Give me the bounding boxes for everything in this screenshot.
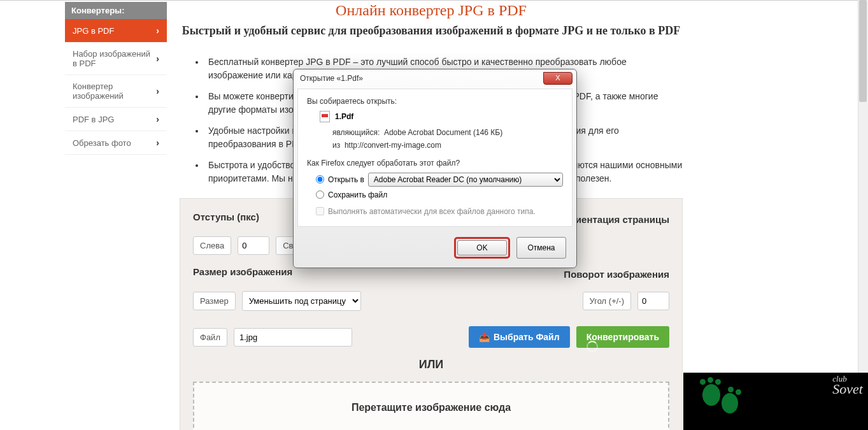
sidebar-item-label: Конвертер изображений [73,82,156,101]
sidebar-item-pdf-to-jpg[interactable]: PDF в JPG › [65,108,167,131]
watermark-text: club Sovet [832,375,863,395]
dialog-question: Как Firefox следует обработать этот файл… [307,159,563,168]
watermark: club Sovet [683,373,868,430]
ok-highlight: OK [454,237,510,259]
open-with-label: Открыть в [328,175,364,184]
save-file-label: Сохранить файл [328,190,387,199]
from-label: из [332,141,340,150]
page-subtitle: Быстрый и удобный сервис для преобразова… [180,24,683,38]
open-with-radio[interactable] [316,175,324,183]
dialog-prompt: Вы собираетесь открыть: [307,97,563,106]
footprint-icon [696,379,747,424]
close-icon: X [555,74,560,82]
from-value: http://convert-my-image.com [345,141,441,150]
convert-label: Конвертировать [587,332,659,342]
upload-icon: 📤 [479,332,490,342]
or-separator: ИЛИ [193,358,669,371]
choose-file-button[interactable]: 📤 Выбрать Файл [469,326,570,348]
rotate-section-label: Поворот изображения [564,269,669,280]
dialog-titlebar[interactable]: Открытие «1.Pdf» X [294,69,576,85]
size-section-label: Размер изображения [193,266,292,277]
chevron-right-icon: › [156,138,159,148]
dialog-title: Открытие «1.Pdf» [300,74,543,83]
size-select[interactable]: Уменьшить под страницу [242,291,361,311]
sidebar-item-images-to-pdf[interactable]: Набор изображений в PDF › [65,43,167,75]
scrollbar-thumb[interactable] [859,0,867,102]
spinner-icon [587,341,598,352]
angle-label: Угол (+/-) [583,292,631,310]
chevron-right-icon: › [156,54,159,64]
chevron-right-icon: › [156,86,159,96]
scrollbar[interactable] [858,0,868,430]
margins-label: Отступы (пкс) [193,211,259,222]
choose-file-label: Выбрать Файл [494,332,560,342]
angle-input[interactable] [637,292,669,310]
sidebar-item-label: Обрезать фото [73,138,131,148]
page-title: Онлайн конвертер JPG в PDF [180,2,683,19]
auto-label: Выполнять автоматически для всех файлов … [328,207,536,216]
sidebar-item-label: JPG в PDF [73,26,114,36]
save-file-radio[interactable] [316,190,324,199]
auto-checkbox[interactable] [316,207,324,215]
file-label: Файл [193,328,227,347]
sidebar-header: Конвертеры: [65,2,167,19]
chevron-right-icon: › [156,114,159,124]
sidebar-item-crop-photo[interactable]: Обрезать фото › [65,131,167,155]
sidebar-item-label: Набор изображений в PDF [73,49,156,68]
orientation-label: Ориентация страницы [562,214,669,225]
sidebar-item-image-converter[interactable]: Конвертер изображений › [65,75,167,108]
sidebar-item-label: PDF в JPG [73,115,114,124]
type-value: Adobe Acrobat Document (146 КБ) [384,128,502,137]
file-open-dialog: Открытие «1.Pdf» X Вы собираетесь открыт… [293,69,577,268]
left-input[interactable] [238,236,269,255]
open-with-select[interactable]: Adobe Acrobat Reader DC (по умолчанию) [368,173,563,187]
filename-input[interactable] [234,328,352,347]
dropzone[interactable]: Перетащите изображение сюда [193,382,669,430]
type-label: являющийся: [332,128,380,137]
dropzone-label: Перетащите изображение сюда [352,402,511,413]
cancel-button[interactable]: Отмена [516,237,566,259]
left-label: Слева [193,236,231,255]
close-button[interactable]: X [543,72,573,85]
sidebar-item-jpg-to-pdf[interactable]: JPG в PDF › [65,19,167,43]
sidebar: Конвертеры: JPG в PDF › Набор изображени… [65,2,167,430]
pdf-icon [320,111,330,122]
chevron-right-icon: › [156,25,159,36]
size-label: Размер [193,292,236,310]
ok-button[interactable]: OK [457,240,507,255]
dialog-filename: 1.Pdf [335,112,353,121]
